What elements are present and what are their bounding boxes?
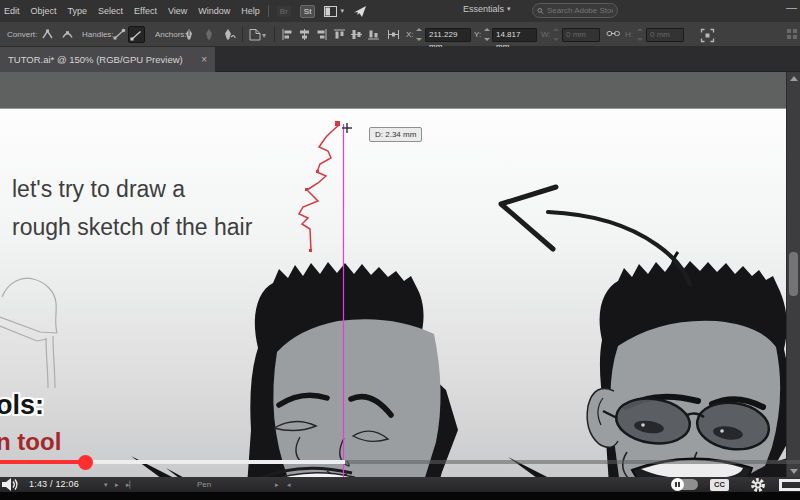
- scroll-up-icon[interactable]: [790, 76, 798, 81]
- status-next-icon[interactable]: ▸▏: [126, 481, 135, 489]
- x-stepper[interactable]: [415, 28, 422, 41]
- pause-icon: [671, 478, 684, 491]
- align-bottom-icon[interactable]: [367, 28, 380, 43]
- scrollbar-thumb[interactable]: [789, 252, 798, 296]
- progress-remaining: [345, 460, 800, 464]
- align-center-icon[interactable]: [298, 28, 311, 43]
- measurement-tooltip: D: 2.34 mm: [369, 127, 422, 142]
- hide-handles-icon[interactable]: [128, 26, 145, 43]
- transform-icon[interactable]: [700, 28, 715, 45]
- h-stepper[interactable]: [636, 28, 643, 41]
- menu-object[interactable]: Object: [31, 6, 57, 16]
- search-input[interactable]: [547, 6, 613, 15]
- minimize-icon[interactable]: —: [786, 1, 797, 13]
- align-middle-icon[interactable]: [350, 28, 363, 43]
- h-label: H:: [625, 30, 633, 39]
- convert-smooth-icon[interactable]: [61, 28, 74, 42]
- w-label: W:: [541, 30, 551, 39]
- player-control-bar: 1:43 / 12:06 ▾ ▸ ▸▏ Pen ▸ ◂ CC: [0, 477, 800, 492]
- share-icon[interactable]: [353, 5, 367, 18]
- convert-corner-icon[interactable]: [41, 28, 54, 42]
- menu-items: Edit Object Type Select Effect View Wind…: [0, 6, 260, 16]
- vertical-scrollbar[interactable]: [786, 72, 800, 478]
- y-label: Y:: [474, 30, 481, 39]
- document-tab-title: TUTOR.ai* @ 150% (RGB/GPU Preview): [8, 54, 183, 65]
- chevron-down-icon: ▾: [262, 31, 266, 40]
- y-stepper[interactable]: [483, 28, 490, 41]
- w-stepper[interactable]: [552, 28, 559, 41]
- status-arrow-icon[interactable]: ▸: [275, 481, 279, 489]
- status-back-icon[interactable]: ◂: [287, 481, 291, 489]
- w-value-field[interactable]: 0 mm: [562, 28, 600, 42]
- isolate-anchor-icon[interactable]: [223, 28, 237, 43]
- y-value-field[interactable]: 14.817 mm: [492, 28, 537, 42]
- menu-select[interactable]: Select: [98, 6, 123, 16]
- video-frame: Edit Object Type Select Effect View Wind…: [0, 0, 800, 500]
- video-progress-bar[interactable]: [0, 460, 800, 464]
- scroll-down-icon[interactable]: [790, 469, 798, 474]
- document-tab[interactable]: TUTOR.ai* @ 150% (RGB/GPU Preview) ×: [0, 47, 215, 72]
- menu-edit[interactable]: Edit: [4, 6, 20, 16]
- theater-mode-icon[interactable]: [779, 479, 800, 491]
- handles-label: Handles:: [82, 30, 114, 39]
- control-bar: Convert: Handles: Anchors: ▾: [0, 22, 800, 47]
- panel-grid-icon[interactable]: [786, 28, 798, 42]
- progress-buffered: [85, 460, 345, 464]
- separator: [242, 27, 243, 42]
- stock-search[interactable]: [532, 3, 618, 18]
- show-handles-icon[interactable]: [113, 28, 126, 42]
- chevron-down-icon: ▾: [340, 7, 344, 15]
- document-setup-icon[interactable]: [249, 28, 261, 43]
- progress-played: [0, 460, 85, 464]
- captions-button[interactable]: CC: [710, 479, 729, 491]
- arrange-documents-icon[interactable]: ▾: [324, 6, 344, 17]
- align-left-icon[interactable]: [281, 28, 294, 43]
- workspace-switcher[interactable]: Essentials ▾: [463, 4, 511, 14]
- remove-anchor-icon[interactable]: [203, 28, 215, 43]
- volume-icon[interactable]: [2, 478, 20, 491]
- x-label: X:: [406, 30, 414, 39]
- st-button[interactable]: St: [300, 5, 316, 18]
- tool-name-label: n tool: [0, 428, 61, 456]
- status-tool-label: Pen: [197, 480, 211, 489]
- menu-window[interactable]: Window: [198, 6, 230, 16]
- anchors-label: Anchors:: [155, 30, 187, 39]
- menu-bar: Edit Object Type Select Effect View Wind…: [0, 0, 800, 22]
- align-top-icon[interactable]: [333, 28, 346, 43]
- caption-line-1: let's try to draw a: [12, 170, 252, 208]
- chevron-down-icon: ▾: [507, 5, 511, 13]
- link-dimensions-icon[interactable]: [606, 28, 621, 41]
- menu-help[interactable]: Help: [241, 6, 260, 16]
- br-button[interactable]: Br: [277, 6, 291, 17]
- menu-view[interactable]: View: [168, 6, 187, 16]
- menu-effect[interactable]: Effect: [134, 6, 157, 16]
- caption-line-2: rough sketch of the hair: [12, 208, 252, 246]
- time-display: 1:43 / 12:06: [29, 479, 79, 489]
- artboard[interactable]: [0, 108, 800, 500]
- menu-type[interactable]: Type: [68, 6, 88, 16]
- separator: [274, 27, 275, 42]
- align-right-icon[interactable]: [315, 28, 328, 43]
- search-icon: [537, 6, 544, 16]
- status-chevron-icon[interactable]: ▾: [104, 481, 108, 489]
- status-prev-icon[interactable]: ▸: [115, 481, 119, 489]
- convert-label: Convert:: [7, 30, 37, 39]
- x-value-field[interactable]: 211.229 mm: [425, 28, 471, 42]
- autoplay-toggle[interactable]: [672, 479, 698, 490]
- menu-separator: [268, 5, 269, 17]
- h-value-field[interactable]: 0 mm: [646, 28, 684, 42]
- tools-heading: ols:: [0, 390, 44, 421]
- distribute-spacing-icon[interactable]: [387, 28, 400, 43]
- workspace-label: Essentials: [463, 4, 504, 14]
- scrubber-handle[interactable]: [78, 455, 93, 470]
- caption-text: let's try to draw a rough sketch of the …: [12, 170, 252, 246]
- player-bottom-bar: [0, 492, 800, 500]
- close-icon[interactable]: ×: [201, 54, 207, 65]
- tab-bar: TUTOR.ai* @ 150% (RGB/GPU Preview) ×: [0, 47, 800, 72]
- add-anchor-icon[interactable]: [183, 28, 195, 43]
